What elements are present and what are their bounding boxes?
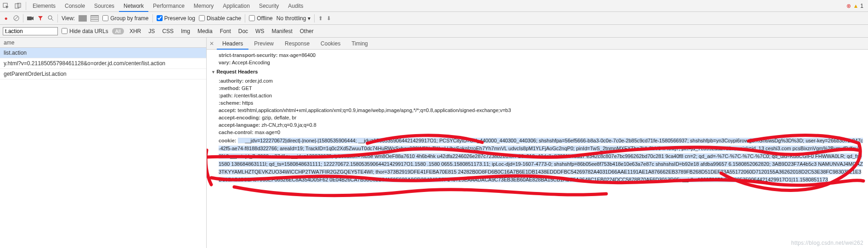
request-header-line: :path: /center/list.action (211, 92, 863, 99)
filter-manifest[interactable]: Manifest (270, 28, 294, 34)
response-header-line: strict-transport-security: max-age=86400 (211, 51, 863, 59)
tab-elements[interactable]: Elements (28, 0, 60, 12)
request-headers-section[interactable]: Request Headers (211, 66, 863, 77)
filter-img[interactable]: Img (179, 28, 192, 34)
warning-count: 1 (860, 3, 863, 9)
filter-other[interactable]: Other (298, 28, 316, 34)
camera-icon[interactable] (27, 15, 34, 22)
request-row[interactable]: getParentOrderList.action (0, 69, 206, 79)
details-tabs: ✕ Headers Preview Response Cookies Timin… (207, 38, 868, 50)
tab-headers[interactable]: Headers (217, 38, 248, 50)
filter-media[interactable]: Media (196, 28, 214, 34)
tab-performance[interactable]: Performance (148, 0, 189, 12)
request-row[interactable]: y.html?v=0.21185055798461128&o=order.jd.… (0, 58, 206, 69)
filter-doc[interactable]: Doc (237, 28, 250, 34)
tab-response[interactable]: Response (279, 38, 315, 50)
view-small-icon[interactable] (90, 15, 99, 22)
close-icon[interactable]: ✕ (209, 40, 214, 47)
tab-network[interactable]: Network (119, 0, 148, 12)
filter-bar: Hide data URLs All XHR JS CSS Img Media … (0, 25, 868, 38)
svg-line-4 (15, 17, 18, 20)
group-by-frame-checkbox[interactable]: Group by frame (102, 15, 148, 22)
tab-memory[interactable]: Memory (189, 0, 218, 12)
tab-application[interactable]: Application (218, 0, 254, 12)
tab-timing[interactable]: Timing (346, 38, 373, 50)
request-header-line: cache-control: max-age=0 (211, 129, 863, 136)
throttle-select[interactable]: No throttling ▾ (276, 15, 310, 22)
request-header-line: accept: text/html,application/xhtml+xml,… (211, 107, 863, 114)
request-list: ame list.action y.html?v=0.2118505579846… (0, 38, 207, 248)
tab-sources[interactable]: Sources (90, 0, 119, 12)
separator (26, 2, 26, 10)
tab-audits[interactable]: Audits (283, 0, 308, 12)
cookie-value: __jdv=122270672|direct|-|none|-|15805359… (219, 138, 863, 182)
record-icon[interactable]: ● (3, 15, 9, 22)
request-header-line: accept-encoding: gzip, deflate, br (211, 114, 863, 121)
offline-checkbox[interactable]: Offline (249, 15, 272, 22)
upload-icon[interactable]: ⬆ (318, 15, 323, 22)
filter-icon[interactable] (37, 15, 44, 22)
search-icon[interactable] (47, 15, 54, 22)
svg-line-7 (51, 19, 53, 21)
response-header-line: vary: Accept-Encoding (211, 59, 863, 66)
filter-css[interactable]: CSS (160, 28, 175, 34)
headers-view[interactable]: strict-transport-security: max-age=86400… (207, 50, 868, 248)
details-pane: ✕ Headers Preview Response Cookies Timin… (207, 38, 868, 248)
view-large-icon[interactable] (79, 15, 87, 22)
tab-security[interactable]: Security (254, 0, 283, 12)
request-header-line: :authority: order.jd.com (211, 77, 863, 85)
cookie-header: cookie: __jdv=122270672|direct|-|none|-|… (211, 136, 863, 185)
tab-preview[interactable]: Preview (248, 38, 279, 50)
filter-js[interactable]: JS (147, 28, 157, 34)
warning-icon[interactable]: ▲ (853, 3, 858, 9)
request-header-line: accept-language: zh-CN,zh;q=0.9,ja;q=0.8 (211, 121, 863, 129)
tab-console[interactable]: Console (60, 0, 90, 12)
error-icon[interactable]: ⊗ (846, 3, 851, 9)
preserve-log-checkbox[interactable]: Preserve log (157, 15, 195, 22)
content-area: ame list.action y.html?v=0.2118505579846… (0, 38, 868, 248)
device-icon[interactable] (15, 3, 21, 9)
inspect-icon[interactable] (3, 3, 9, 9)
devtools-tabbar: Elements Console Sources Network Perform… (0, 0, 868, 12)
tab-cookies[interactable]: Cookies (315, 38, 346, 50)
view-label: View: (62, 15, 75, 22)
disable-cache-checkbox[interactable]: Disable cache (199, 15, 241, 22)
name-column-header[interactable]: ame (0, 38, 206, 48)
network-toolbar: ● View: Group by frame Preserve log Disa… (0, 12, 868, 25)
download-icon[interactable]: ⬇ (327, 15, 331, 22)
hide-data-urls-checkbox[interactable]: Hide data URLs (62, 28, 108, 34)
filter-all[interactable]: All (112, 28, 124, 34)
clear-icon[interactable] (13, 15, 19, 22)
request-row[interactable]: list.action (0, 48, 206, 58)
filter-ws[interactable]: WS (254, 28, 266, 34)
filter-font[interactable]: Font (218, 28, 233, 34)
watermark: https://blog.csdn.net/wei262 (791, 240, 863, 246)
svg-rect-5 (27, 17, 32, 20)
svg-point-6 (48, 16, 52, 19)
request-header-line: :scheme: https (211, 99, 863, 107)
filter-xhr[interactable]: XHR (128, 28, 143, 34)
request-header-line: :method: GET (211, 85, 863, 92)
filter-input[interactable] (3, 27, 58, 35)
